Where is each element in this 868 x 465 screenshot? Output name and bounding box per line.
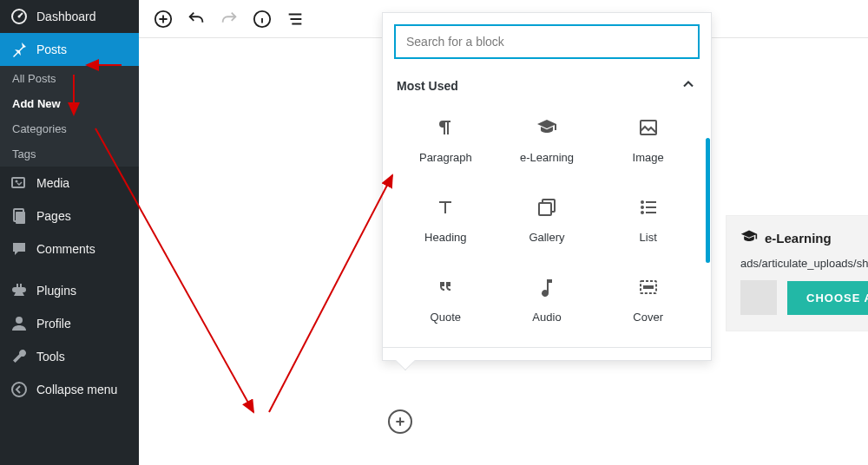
- svg-rect-12: [539, 203, 551, 215]
- block-search-input[interactable]: [395, 25, 699, 58]
- inserter-section-label: Most Used: [397, 79, 458, 93]
- sidebar-label: Plugins: [36, 284, 76, 298]
- block-label: Paragraph: [419, 151, 472, 164]
- block-label: Quote: [431, 311, 461, 324]
- profile-icon: [10, 315, 28, 332]
- subitem-tags[interactable]: Tags: [0, 141, 139, 167]
- subitem-categories[interactable]: Categories: [0, 116, 139, 141]
- sidebar-item-pages[interactable]: Pages: [0, 200, 139, 232]
- svg-point-6: [16, 317, 23, 324]
- tools-icon: [10, 348, 28, 365]
- sidebar-item-dashboard[interactable]: Dashboard: [0, 0, 139, 33]
- block-label: List: [640, 231, 657, 244]
- svg-point-1: [18, 16, 21, 18]
- svg-point-14: [641, 206, 643, 208]
- comments-icon: [10, 240, 28, 258]
- sidebar-item-media[interactable]: Media: [0, 167, 139, 200]
- svg-rect-5: [16, 212, 25, 224]
- heading-icon: [435, 197, 456, 220]
- editor-main: Most Used Paragraph e-Learning Image: [139, 0, 868, 465]
- block-label: Cover: [633, 311, 663, 324]
- block-label: Gallery: [529, 231, 564, 244]
- admin-sidebar: Dashboard Posts All Posts Add New Catego…: [0, 0, 139, 465]
- list-icon: [638, 197, 659, 220]
- panel-secondary-button[interactable]: [740, 280, 777, 315]
- cover-icon: [638, 277, 659, 300]
- block-label: e-Learning: [520, 151, 574, 164]
- graduation-cap-icon: [740, 228, 758, 248]
- quote-icon: [435, 277, 456, 300]
- choose-another-button[interactable]: CHOOSE ANOTHER: [787, 281, 868, 315]
- sidebar-label: Pages: [36, 209, 71, 223]
- block-label: Image: [633, 151, 664, 164]
- block-paragraph[interactable]: Paragraph: [395, 101, 496, 180]
- sidebar-label: Dashboard: [36, 10, 96, 23]
- block-heading[interactable]: Heading: [395, 180, 496, 260]
- sidebar-label: Media: [36, 176, 69, 190]
- sidebar-item-posts[interactable]: Posts: [0, 33, 139, 66]
- sidebar-label: Posts: [36, 43, 67, 56]
- gallery-icon: [536, 197, 557, 220]
- block-audio[interactable]: Audio: [496, 260, 598, 340]
- block-panel-path: ads/articulate_uploads/shell1/index.html: [740, 257, 868, 270]
- media-icon: [10, 174, 28, 192]
- svg-point-3: [16, 180, 18, 183]
- block-cover[interactable]: Cover: [597, 260, 699, 340]
- dashboard-icon: [10, 8, 28, 25]
- plugins-icon: [10, 282, 28, 299]
- sidebar-item-plugins[interactable]: Plugins: [0, 274, 139, 307]
- elearning-block-panel: e-Learning ads/articulate_uploads/shell1…: [726, 215, 868, 331]
- paragraph-icon: [435, 117, 456, 141]
- image-icon: [638, 117, 659, 141]
- chevron-up-icon: [680, 75, 697, 95]
- block-image[interactable]: Image: [597, 101, 699, 180]
- subitem-all-posts[interactable]: All Posts: [0, 66, 139, 91]
- sidebar-item-comments[interactable]: Comments: [0, 232, 139, 265]
- inserter-section-most-used-toggle[interactable]: Most Used: [397, 75, 697, 95]
- info-button[interactable]: [250, 7, 274, 31]
- sidebar-label: Comments: [36, 242, 95, 256]
- svg-point-13: [641, 201, 643, 203]
- block-inserter-popover: Most Used Paragraph e-Learning Image: [382, 12, 712, 361]
- svg-rect-2: [12, 178, 24, 187]
- undo-button[interactable]: [184, 7, 208, 31]
- inserter-scrollbar[interactable]: [706, 138, 710, 263]
- svg-rect-17: [644, 286, 653, 288]
- block-elearning[interactable]: e-Learning: [496, 101, 598, 180]
- sidebar-label: Collapse menu: [36, 383, 117, 396]
- sidebar-item-collapse[interactable]: Collapse menu: [0, 373, 139, 406]
- collapse-icon: [10, 381, 28, 398]
- sidebar-label: Profile: [36, 317, 71, 331]
- pages-icon: [10, 207, 28, 225]
- sidebar-label: Tools: [36, 350, 65, 363]
- add-block-toolbar-button[interactable]: [151, 7, 175, 31]
- svg-point-7: [12, 383, 26, 396]
- block-list[interactable]: List: [597, 180, 699, 260]
- block-panel-title: e-Learning: [765, 231, 832, 246]
- sidebar-submenu-posts: All Posts Add New Categories Tags: [0, 66, 139, 167]
- outline-button[interactable]: [283, 7, 307, 31]
- pin-icon: [10, 41, 28, 58]
- block-gallery[interactable]: Gallery: [496, 180, 598, 260]
- block-label: Heading: [424, 231, 466, 244]
- subitem-add-new[interactable]: Add New: [0, 91, 139, 116]
- svg-point-15: [641, 212, 643, 213]
- audio-icon: [536, 277, 557, 300]
- sidebar-item-profile[interactable]: Profile: [0, 307, 139, 340]
- sidebar-item-tools[interactable]: Tools: [0, 340, 139, 373]
- redo-button[interactable]: [217, 7, 241, 31]
- inline-add-block-button[interactable]: [388, 409, 412, 434]
- block-grid: Paragraph e-Learning Image Heading: [395, 101, 699, 340]
- graduation-cap-icon: [536, 117, 557, 141]
- block-quote[interactable]: Quote: [395, 260, 496, 340]
- block-label: Audio: [532, 311, 561, 324]
